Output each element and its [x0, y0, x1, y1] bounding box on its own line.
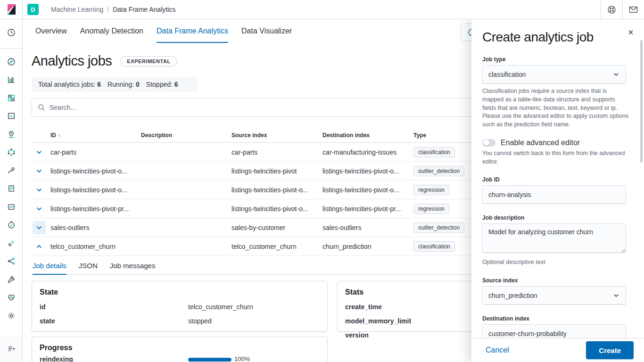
expander-header — [32, 129, 50, 143]
destination-index-cell: listings-twincities-pivot-o... — [322, 181, 413, 199]
summary-item: Running: 0 — [107, 81, 140, 88]
job-type-label: Job type — [482, 56, 626, 63]
job-type-select[interactable]: classification — [482, 65, 626, 84]
sidebar-item-logs[interactable] — [4, 181, 19, 196]
app-sidebar — [0, 19, 23, 362]
job-type-value: classification — [488, 71, 526, 78]
detail-tab-job-messages[interactable]: Job messages — [110, 262, 156, 274]
source-index-select[interactable]: churn_prediction — [482, 286, 626, 305]
sidebar-collapse-button[interactable] — [4, 341, 19, 356]
source-index-cell: sales-by-customer — [231, 218, 322, 237]
advanced-editor-toggle-label: Enable advanced editor — [501, 139, 580, 147]
close-icon[interactable]: ✕ — [626, 28, 636, 37]
destination-index-cell: churn_prediction — [322, 237, 413, 256]
sidebar-item-metrics[interactable] — [4, 199, 19, 214]
help-button[interactable] — [601, 0, 622, 19]
progress-bar — [188, 358, 231, 362]
job-description-help-text: Optional descriptive text — [482, 258, 629, 267]
sidebar-item-discover[interactable] — [4, 54, 19, 69]
job-id-cell: listings-twincities-pivot-o... — [50, 181, 140, 199]
space-badge[interactable]: D — [27, 4, 39, 15]
destination-index-label: Destination index — [482, 315, 626, 322]
advanced-editor-toggle[interactable] — [482, 139, 495, 147]
source-index-cell: listings-twincities-pivot — [231, 162, 322, 181]
column-header-source-index[interactable]: Source index — [231, 129, 322, 143]
source-index-cell: listings-twincities-pivot-o... — [231, 199, 322, 218]
state-row: idtelco_customer_churn — [40, 303, 320, 311]
expander-cell — [32, 143, 50, 162]
destination-index-cell: sales-outliers — [322, 218, 413, 237]
chevron-down-icon — [35, 186, 43, 194]
tab-overview[interactable]: Overview — [35, 27, 67, 43]
help-icon — [607, 5, 616, 14]
job-type-help-text: Classification jobs require a source ind… — [482, 87, 629, 129]
detail-tab-json[interactable]: JSON — [79, 262, 98, 274]
state-key: state — [40, 317, 188, 325]
sidebar-item-dev-tools[interactable] — [4, 272, 19, 287]
jobs-summary-bar: Total analytics jobs: 6Running: 0Stopped… — [32, 77, 198, 92]
job-description-cell — [140, 143, 231, 162]
job-description-cell — [140, 237, 231, 256]
chevron-down-icon — [612, 71, 620, 78]
sidebar-item-recently-viewed[interactable] — [4, 25, 19, 40]
column-header-description[interactable]: Description — [140, 129, 231, 143]
progress-row: reindexing100% — [40, 355, 320, 362]
row-expand-button[interactable] — [33, 165, 46, 178]
flyout-scrollbar[interactable] — [640, 40, 643, 163]
sidebar-item-canvas[interactable] — [4, 108, 19, 123]
detail-tab-job-details[interactable]: Job details — [33, 262, 66, 275]
page-title: Analytics jobs — [32, 53, 112, 69]
sidebar-item-maps[interactable] — [4, 127, 19, 142]
job-id-cell: listings-twincities-pivot-pr... — [50, 199, 140, 218]
sidebar-item-monitoring[interactable] — [4, 290, 19, 305]
cancel-button[interactable]: Cancel — [486, 346, 509, 354]
sidebar-item-machine-learning[interactable] — [4, 145, 19, 160]
row-expand-button[interactable] — [33, 221, 46, 234]
summary-value: 6 — [97, 81, 101, 88]
chevron-up-icon — [35, 243, 43, 250]
row-expand-button[interactable] — [33, 202, 46, 215]
source-index-label: Source index — [482, 277, 626, 284]
advanced-editor-help-text: You cannot switch back to this form from… — [482, 149, 629, 166]
create-button[interactable]: Create — [586, 341, 634, 359]
sidebar-item-uptime[interactable] — [4, 217, 19, 232]
progress-bar-fill — [188, 358, 231, 362]
source-index-cell: car-parts — [231, 143, 322, 162]
create-analytics-job-flyout: ✕ Create analytics job Job type classifi… — [471, 19, 644, 362]
sidebar-item-graph[interactable] — [4, 163, 19, 178]
row-expand-button[interactable] — [33, 240, 46, 253]
summary-item: Stopped: 6 — [146, 81, 178, 88]
tab-data-frame-analytics[interactable]: Data Frame Analytics — [157, 27, 228, 43]
kibana-logo[interactable] — [0, 0, 23, 19]
chevron-down-icon — [35, 224, 43, 231]
job-id-label: Job ID — [482, 176, 626, 183]
sidebar-item-code[interactable] — [4, 254, 19, 269]
column-header-destination-index[interactable]: Destination index — [322, 129, 413, 143]
sidebar-item-management[interactable] — [4, 308, 19, 323]
state-value: stopped — [188, 317, 212, 325]
experimental-badge: EXPERIMENTAL — [120, 56, 177, 66]
tab-anomaly-detection[interactable]: Anomaly Detection — [80, 27, 143, 43]
type-badge: regression — [413, 185, 449, 195]
sidebar-item-visualize[interactable] — [4, 72, 19, 87]
sort-arrow-icon: ↑ — [58, 132, 61, 138]
destination-index-cell: listings-twincities-pivot-pr... — [322, 199, 413, 218]
type-badge: classification — [413, 241, 455, 252]
state-row: statestopped — [40, 317, 320, 325]
newsfeed-button[interactable] — [623, 0, 644, 19]
breadcrumb-machine-learning[interactable]: Machine Learning — [51, 6, 103, 13]
job-id-cell: listings-twincities-pivot-o... — [50, 162, 140, 181]
expander-cell — [32, 199, 50, 218]
row-expand-button[interactable] — [33, 183, 46, 197]
job-id-input[interactable] — [482, 185, 626, 204]
sidebar-item-apm[interactable] — [4, 236, 19, 251]
job-description-textarea[interactable]: Model for analyzing customer churn — [482, 223, 626, 253]
source-index-cell: listings-twincities-pivot-o... — [231, 181, 322, 199]
chevron-down-icon — [35, 148, 43, 156]
column-header-id[interactable]: ID↑ — [50, 129, 140, 143]
sidebar-item-dashboard[interactable] — [4, 90, 19, 106]
breadcrumb-separator: / — [107, 6, 109, 13]
row-expand-button[interactable] — [33, 146, 46, 159]
tab-data-visualizer[interactable]: Data Visualizer — [241, 27, 292, 43]
type-badge: outlier_detection — [413, 166, 464, 176]
